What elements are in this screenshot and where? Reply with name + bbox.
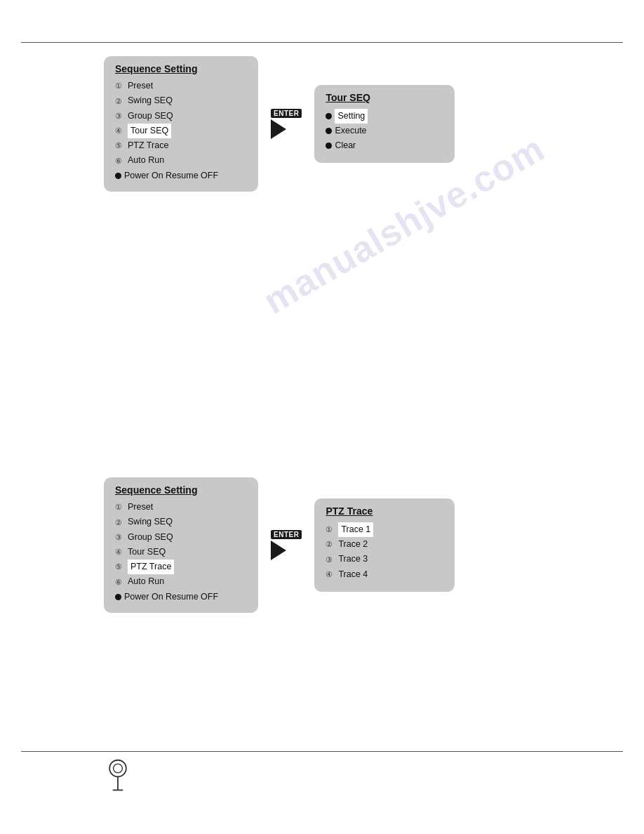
sequence-setting-title-1: Sequence Setting — [115, 63, 247, 74]
item-num: ② — [115, 516, 125, 529]
item-num: ④ — [115, 545, 125, 559]
dot-icon — [326, 128, 332, 134]
svg-point-0 — [109, 760, 126, 777]
item-label: Power On Resume OFF — [124, 168, 218, 183]
item-label: Preset — [128, 500, 153, 515]
item-label: PTZ Trace — [128, 138, 168, 153]
item-label: Trace 1 — [338, 522, 373, 537]
result-item-0: Setting — [326, 109, 441, 124]
item-num: ① — [326, 523, 335, 536]
result-item-1: Execute — [326, 124, 441, 138]
item-num: ④ — [326, 568, 335, 581]
sequence-setting-box-1: Sequence Setting ①Preset②Swing SEQ③Group… — [104, 56, 258, 192]
menu-item-5: ⑥Auto Run — [115, 574, 247, 589]
result-item-2: ③Trace 3 — [326, 552, 441, 567]
menu-item-5: ⑥Auto Run — [115, 153, 247, 168]
item-num: ④ — [115, 124, 125, 138]
note-icon — [104, 758, 132, 793]
item-label: Group SEQ — [128, 109, 173, 124]
dot-icon — [115, 173, 121, 179]
item-label: PTZ Trace — [128, 560, 174, 574]
sequence-setting-title-2: Sequence Setting — [115, 484, 247, 496]
item-num: ③ — [326, 553, 335, 567]
note-area — [104, 758, 132, 793]
item-label: Preset — [128, 79, 153, 93]
bottom-divider — [21, 751, 623, 752]
item-num: ② — [326, 538, 335, 551]
enter-arrow-1: ENTER — [271, 109, 302, 139]
menu-item-3: ④Tour SEQ — [115, 124, 247, 138]
menu-item-1: ②Swing SEQ — [115, 93, 247, 108]
menu-item-6: Power On Resume OFF — [115, 590, 247, 604]
item-num: ⑥ — [115, 154, 125, 168]
enter-label-2: ENTER — [271, 530, 302, 539]
arrow-shape-1 — [271, 119, 286, 139]
ptz-trace-items: ①Trace 1②Trace 2③Trace 3④Trace 4 — [326, 522, 441, 582]
item-num: ⑤ — [115, 560, 125, 574]
diagram-section-1: Sequence Setting ①Preset②Swing SEQ③Group… — [104, 56, 455, 192]
item-label: Tour SEQ — [128, 124, 171, 138]
top-divider — [21, 42, 623, 43]
diagram-section-2: Sequence Setting ①Preset②Swing SEQ③Group… — [104, 477, 455, 613]
item-label: Setting — [335, 109, 368, 124]
item-label: Trace 3 — [338, 552, 368, 567]
menu-item-4: ⑤PTZ Trace — [115, 138, 247, 153]
menu-item-4: ⑤PTZ Trace — [115, 560, 247, 574]
menu-item-6: Power On Resume OFF — [115, 168, 247, 183]
item-label: Trace 4 — [338, 567, 368, 582]
item-label: Tour SEQ — [128, 545, 166, 560]
menu-item-1: ②Swing SEQ — [115, 515, 247, 529]
svg-point-1 — [114, 764, 123, 773]
item-label: Auto Run — [128, 574, 164, 589]
item-label: Trace 2 — [338, 537, 368, 552]
item-num: ② — [115, 95, 125, 108]
sequence-setting-items-2: ①Preset②Swing SEQ③Group SEQ④Tour SEQ⑤PTZ… — [115, 500, 247, 604]
menu-item-0: ①Preset — [115, 500, 247, 515]
dot-icon — [115, 594, 121, 600]
item-label: Power On Resume OFF — [124, 590, 218, 604]
item-label: Auto Run — [128, 153, 164, 168]
result-item-1: ②Trace 2 — [326, 537, 441, 552]
menu-item-2: ③Group SEQ — [115, 530, 247, 545]
item-num: ③ — [115, 531, 125, 544]
item-label: Clear — [335, 138, 356, 153]
tour-seq-title: Tour SEQ — [326, 92, 441, 103]
sequence-setting-items-1: ①Preset②Swing SEQ③Group SEQ④Tour SEQ⑤PTZ… — [115, 79, 247, 183]
item-label: Execute — [335, 124, 366, 138]
menu-item-0: ①Preset — [115, 79, 247, 93]
item-label: Group SEQ — [128, 530, 173, 545]
enter-arrow-2: ENTER — [271, 530, 302, 560]
result-item-2: Clear — [326, 138, 441, 153]
enter-label-1: ENTER — [271, 109, 302, 118]
arrow-shape-2 — [271, 541, 286, 560]
item-num: ⑤ — [115, 139, 125, 152]
dot-icon — [326, 143, 332, 149]
tour-seq-box: Tour SEQ SettingExecuteClear — [314, 85, 455, 164]
result-item-0: ①Trace 1 — [326, 522, 441, 537]
menu-item-2: ③Group SEQ — [115, 109, 247, 124]
item-label: Swing SEQ — [128, 93, 173, 108]
item-num: ③ — [115, 110, 125, 123]
dot-icon — [326, 113, 332, 119]
menu-item-3: ④Tour SEQ — [115, 545, 247, 560]
result-item-3: ④Trace 4 — [326, 567, 441, 582]
item-num: ① — [115, 501, 125, 514]
ptz-trace-box: PTZ Trace ①Trace 1②Trace 2③Trace 3④Trace… — [314, 498, 455, 592]
item-num: ① — [115, 79, 125, 93]
item-label: Swing SEQ — [128, 515, 173, 529]
ptz-trace-title: PTZ Trace — [326, 505, 441, 517]
sequence-setting-box-2: Sequence Setting ①Preset②Swing SEQ③Group… — [104, 477, 258, 613]
tour-seq-items: SettingExecuteClear — [326, 109, 441, 154]
item-num: ⑥ — [115, 576, 125, 589]
